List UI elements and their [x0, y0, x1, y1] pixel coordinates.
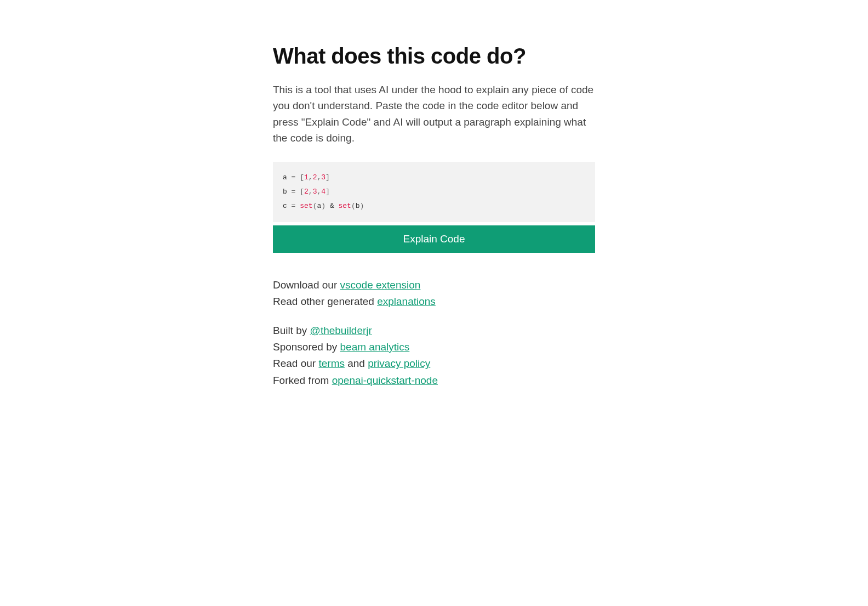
- terms-link[interactable]: terms: [318, 358, 345, 369]
- code-editor[interactable]: a = [1,2,3]b = [2,3,4]c = set(a) & set(b…: [273, 162, 595, 222]
- description-text: This is a tool that uses AI under the ho…: [273, 82, 595, 146]
- code-line-1: a = [1,2,3]: [283, 171, 585, 185]
- read-other-line: Read other generated explanations: [273, 293, 595, 310]
- vscode-extension-link[interactable]: vscode extension: [340, 279, 421, 291]
- code-line-2: b = [2,3,4]: [283, 185, 585, 199]
- explanations-link[interactable]: explanations: [377, 296, 436, 307]
- code-line-3: c = set(a) & set(b): [283, 199, 585, 213]
- privacy-policy-link[interactable]: privacy policy: [368, 358, 430, 369]
- forked-from-line: Forked from openai-quickstart-node: [273, 372, 595, 389]
- page-title: What does this code do?: [273, 44, 595, 69]
- forked-link[interactable]: openai-quickstart-node: [332, 375, 438, 386]
- builder-link[interactable]: @thebuilderjr: [310, 325, 372, 336]
- explain-code-button[interactable]: Explain Code: [273, 225, 595, 253]
- read-our-line: Read our terms and privacy policy: [273, 355, 595, 372]
- download-line: Download our vscode extension: [273, 277, 595, 293]
- sponsored-by-line: Sponsored by beam analytics: [273, 339, 595, 355]
- built-by-line: Built by @thebuilderjr: [273, 322, 595, 339]
- sponsor-link[interactable]: beam analytics: [340, 341, 410, 353]
